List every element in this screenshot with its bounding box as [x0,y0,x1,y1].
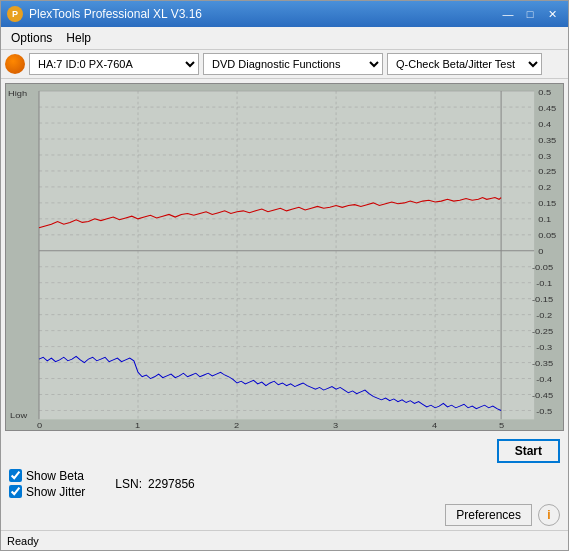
menu-bar: Options Help [1,27,568,50]
show-jitter-label: Show Jitter [26,485,85,499]
main-window: P PlexTools Professional XL V3.16 — □ ✕ … [0,0,569,551]
svg-text:High: High [8,89,27,98]
drive-icon [5,54,25,74]
preferences-button[interactable]: Preferences [445,504,532,526]
close-button[interactable]: ✕ [542,6,562,22]
svg-text:-0.45: -0.45 [532,391,553,400]
menu-options[interactable]: Options [5,29,58,47]
svg-text:0.2: 0.2 [538,183,551,192]
svg-text:0.1: 0.1 [538,215,551,224]
svg-text:0.45: 0.45 [538,103,556,112]
title-bar: P PlexTools Professional XL V3.16 — □ ✕ [1,1,568,27]
svg-text:-0.5: -0.5 [536,407,552,416]
lsn-value: 2297856 [148,477,195,491]
svg-text:0.5: 0.5 [538,87,551,96]
show-jitter-checkbox[interactable] [9,485,22,498]
svg-text:0: 0 [37,421,42,430]
svg-text:2: 2 [234,421,239,430]
menu-help[interactable]: Help [60,29,97,47]
svg-text:0.3: 0.3 [538,151,551,160]
checkbox-group: Show Beta Show Jitter [9,469,85,499]
svg-text:0.35: 0.35 [538,135,556,144]
drive-select[interactable]: HA:7 ID:0 PX-760A [29,53,199,75]
info-button[interactable]: i [538,504,560,526]
status-text: Ready [7,535,39,547]
chart-inner: 0.5 0.45 0.4 0.35 0.3 0.25 0.2 0.15 0.1 … [6,84,563,430]
svg-text:-0.15: -0.15 [532,295,553,304]
test-select[interactable]: Q-Check Beta/Jitter Test [387,53,542,75]
lsn-section: LSN: 2297856 [115,477,194,491]
maximize-button[interactable]: □ [520,6,540,22]
svg-text:-0.05: -0.05 [532,263,553,272]
chart-svg: 0.5 0.45 0.4 0.35 0.3 0.25 0.2 0.15 0.1 … [6,84,563,430]
start-button[interactable]: Start [497,439,560,463]
title-bar-left: P PlexTools Professional XL V3.16 [7,6,202,22]
svg-text:Low: Low [10,410,28,419]
svg-text:0.4: 0.4 [538,119,551,128]
svg-text:1: 1 [135,421,140,430]
checkbox-lsn-row: Show Beta Show Jitter LSN: 2297856 [9,469,560,499]
title-controls: — □ ✕ [498,6,562,22]
bottom-controls: Start Show Beta Show Jitter LSN: 2297856… [1,435,568,530]
svg-text:-0.35: -0.35 [532,359,553,368]
svg-text:0.05: 0.05 [538,231,556,240]
svg-rect-1 [39,91,534,419]
svg-text:3: 3 [333,421,338,430]
toolbar: HA:7 ID:0 PX-760A DVD Diagnostic Functio… [1,50,568,79]
app-icon: P [7,6,23,22]
lsn-label: LSN: [115,477,142,491]
svg-text:-0.4: -0.4 [536,375,552,384]
minimize-button[interactable]: — [498,6,518,22]
svg-text:0.25: 0.25 [538,167,556,176]
window-title: PlexTools Professional XL V3.16 [29,7,202,21]
svg-text:0: 0 [538,247,543,256]
status-bar: Ready [1,530,568,550]
svg-text:0.15: 0.15 [538,199,556,208]
svg-text:4: 4 [432,421,437,430]
chart-area: 0.5 0.45 0.4 0.35 0.3 0.25 0.2 0.15 0.1 … [5,83,564,431]
preferences-row: Preferences i [9,504,560,526]
svg-text:-0.3: -0.3 [536,343,552,352]
svg-text:-0.1: -0.1 [536,279,552,288]
show-jitter-item[interactable]: Show Jitter [9,485,85,499]
svg-text:5: 5 [499,421,504,430]
show-beta-label: Show Beta [26,469,84,483]
function-select[interactable]: DVD Diagnostic Functions [203,53,383,75]
show-beta-checkbox[interactable] [9,469,22,482]
svg-text:-0.2: -0.2 [536,311,552,320]
show-beta-item[interactable]: Show Beta [9,469,85,483]
svg-text:-0.25: -0.25 [532,327,553,336]
top-controls-row: Start [9,439,560,463]
